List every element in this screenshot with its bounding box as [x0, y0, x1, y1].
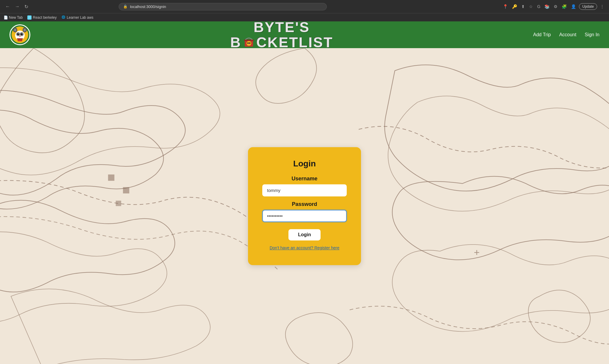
password-icon[interactable]: 🔑 — [511, 4, 518, 10]
account-nav[interactable]: Account — [559, 32, 576, 37]
svg-rect-17 — [17, 38, 23, 39]
reload-button[interactable]: ↻ — [23, 3, 30, 10]
svg-rect-26 — [123, 187, 129, 193]
menu-icon[interactable]: ⋮ — [599, 4, 605, 10]
forward-button[interactable]: → — [13, 3, 21, 10]
svg-point-4 — [23, 29, 26, 31]
username-form-group: Username — [262, 176, 347, 196]
register-link[interactable]: Don't have an account? Register here — [270, 245, 340, 251]
svg-rect-25 — [108, 174, 114, 181]
svg-point-20 — [247, 41, 251, 46]
profile-icon[interactable]: 👤 — [570, 4, 577, 10]
url-text: localhost:3000/signin — [130, 4, 166, 9]
settings-icon[interactable]: ⚙ — [553, 4, 559, 10]
username-input[interactable] — [262, 184, 347, 196]
share-icon[interactable]: ⬆ — [520, 4, 526, 10]
login-title: Login — [293, 159, 316, 168]
bookmark-new-tab-label: New Tab — [9, 15, 23, 20]
new-tab-icon: 📄 — [4, 15, 8, 20]
sign-in-nav[interactable]: Sign In — [585, 32, 599, 37]
svg-rect-27 — [116, 201, 121, 206]
login-button[interactable]: Login — [288, 229, 321, 240]
svg-point-10 — [18, 34, 19, 35]
browser-nav-buttons: ← → ↻ — [4, 3, 30, 10]
extension-icon[interactable]: 📚 — [543, 4, 551, 10]
lock-icon: 🔒 — [123, 4, 128, 9]
password-input[interactable] — [262, 210, 347, 222]
app-title: BYTE'S B CKETLIST — [30, 19, 533, 51]
update-button[interactable]: Update — [579, 3, 597, 10]
main-content: + Login Username Password Login Don't ha… — [0, 48, 609, 364]
svg-point-3 — [14, 29, 16, 31]
app-logo — [10, 24, 30, 45]
bookmark-new-tab[interactable]: 📄 New Tab — [4, 15, 23, 20]
svg-point-21 — [247, 42, 249, 44]
address-bar[interactable]: 🔒 localhost:3000/signin — [119, 3, 327, 10]
password-label: Password — [262, 201, 347, 207]
app-header: BYTE'S B CKETLIST Add Trip Account Sign … — [0, 21, 609, 48]
puzzle-icon[interactable]: 🧩 — [561, 4, 568, 10]
bookmark-icon[interactable]: ☆ — [528, 4, 534, 10]
svg-text:+: + — [474, 247, 480, 258]
svg-point-12 — [19, 36, 21, 37]
nav-links: Add Trip Account Sign In — [533, 32, 599, 37]
back-button[interactable]: ← — [4, 3, 12, 10]
username-label: Username — [262, 176, 347, 182]
extension-g-icon[interactable]: G — [536, 4, 541, 10]
browser-chrome: ← → ↻ 🔒 localhost:3000/signin 📍 🔑 ⬆ ☆ G … — [0, 0, 609, 13]
svg-point-22 — [249, 42, 250, 44]
logo-svg — [11, 26, 29, 44]
bucket-icon — [243, 36, 255, 49]
add-trip-nav[interactable]: Add Trip — [533, 32, 551, 37]
svg-point-11 — [21, 34, 23, 35]
svg-point-23 — [248, 44, 249, 45]
title-bytes: BYTE'S — [254, 19, 310, 35]
password-form-group: Password — [262, 201, 347, 222]
login-card: Login Username Password Login Don't have… — [248, 147, 361, 265]
browser-actions: 📍 🔑 ⬆ ☆ G 📚 ⚙ 🧩 👤 Update ⋮ — [502, 3, 605, 10]
location-icon[interactable]: 📍 — [502, 4, 509, 10]
